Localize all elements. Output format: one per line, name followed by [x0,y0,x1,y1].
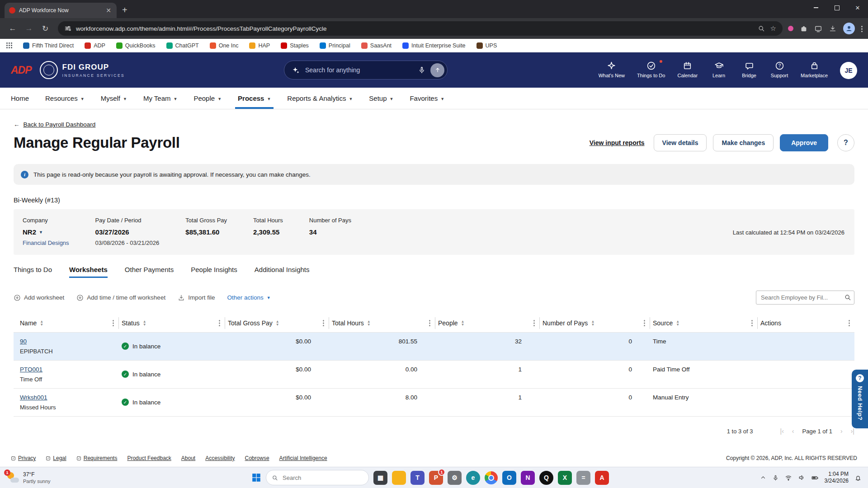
footer-product-feedback-link[interactable]: Product Feedback [127,455,171,461]
column-header-status[interactable]: Status▲▼ [119,317,225,329]
browser-profile-avatar[interactable] [843,23,855,34]
taskbar-app-file-explorer[interactable] [392,471,406,485]
tray-chevron-up-icon[interactable] [760,474,766,481]
tab-close-icon[interactable]: ✕ [105,7,112,14]
column-menu-icon[interactable] [219,319,220,326]
support-button[interactable]: ? Support [770,61,788,78]
column-header-people[interactable]: People▲▼ [435,317,540,329]
column-menu-icon[interactable] [323,319,324,326]
taskbar-search[interactable] [266,470,369,485]
back-icon[interactable]: ← [5,21,20,36]
sort-icon[interactable]: ▲▼ [367,320,371,326]
table-row[interactable]: Wrksh001Missed Hours ✓In balance $0.00 8… [14,389,854,417]
nav-favorites[interactable]: Favorites▼ [410,88,444,109]
tab-other-payments[interactable]: Other Payments [125,266,174,278]
other-actions-dropdown[interactable]: Other actions ▼ [227,294,270,301]
column-menu-icon[interactable] [429,319,430,326]
footer-about-link[interactable]: About [181,455,195,461]
add-worksheet-button[interactable]: Add worksheet [14,294,64,301]
nav-reports-analytics[interactable]: Reports & Analytics▼ [287,88,353,109]
calendar-button[interactable]: Calendar [677,61,698,78]
sort-icon[interactable]: ▲▼ [591,320,594,326]
taskbar-app-excel[interactable]: X [558,471,572,485]
previous-page-button[interactable]: ‹ [792,427,794,435]
column-header-gross-pay[interactable]: Total Gross Pay▲▼ [225,317,329,329]
start-button[interactable] [251,473,261,483]
extension-icon[interactable] [788,26,793,31]
back-to-payroll-dashboard-link[interactable]: Back to Payroll Dashboard [24,121,96,128]
footer-requirements-link[interactable]: Requirements [76,455,118,461]
cast-icon[interactable] [814,24,822,33]
things-to-do-button[interactable]: Things to Do [637,61,665,78]
adp-logo[interactable]: ADP [11,64,32,76]
global-search[interactable] [284,61,448,80]
apps-grid-icon[interactable] [6,42,12,48]
wifi-icon[interactable] [785,474,792,481]
worksheet-name-link[interactable]: PTO001 [20,366,42,373]
first-page-button[interactable]: |‹ [780,427,784,435]
taskbar-clock[interactable]: 1:04 PM 3/24/2026 [825,471,849,484]
bookmark-ups[interactable]: UPS [476,42,497,49]
search-submit-button[interactable] [430,63,444,77]
window-maximize-button[interactable] [826,0,847,15]
taskbar-app-task-view[interactable]: ▦ [373,471,387,485]
user-avatar[interactable]: JE [840,62,857,79]
tab-additional-insights[interactable]: Additional Insights [255,266,310,278]
footer-cobrowse-link[interactable]: Cobrowse [245,455,269,461]
marketplace-button[interactable]: Marketplace [801,61,828,78]
address-bar[interactable]: workforcenow.adp.com/theme/admin.html#/P… [58,21,783,36]
taskbar-app-settings[interactable]: ⚙ [448,471,462,485]
footer-legal-link[interactable]: Legal [46,455,66,461]
taskbar-app-quickbooks[interactable]: Q [539,471,553,485]
import-file-button[interactable]: Import file [178,294,215,301]
bookmark-chatgpt[interactable]: ChatGPT [166,42,199,49]
learn-button[interactable]: Learn [710,61,728,78]
table-row[interactable]: PTO001Time Off ✓In balance $0.00 0.00 1 … [14,361,854,389]
search-icon[interactable] [844,294,851,301]
column-menu-icon[interactable] [644,319,645,326]
weather-widget[interactable]: 1 37°F Partly sunny [6,471,92,484]
taskbar-app-acrobat[interactable]: A [595,471,609,485]
sort-icon[interactable]: ▲▼ [461,320,465,326]
taskbar-app-edge[interactable]: e [466,471,480,485]
global-search-input[interactable] [304,66,413,74]
table-row[interactable]: 90EPIPBATCH ✓In balance $0.00 801.55 32 … [14,333,854,361]
company-dropdown[interactable]: NR2▼ [23,228,69,236]
footer-artificial-intelligence-link[interactable]: Artificial Intelligence [279,455,327,461]
view-details-button[interactable]: View details [654,134,707,151]
taskbar-app-teams[interactable]: T [410,471,425,485]
reload-icon[interactable]: ↻ [38,21,52,36]
microphone-icon[interactable] [772,474,779,481]
footer-accessibility-link[interactable]: Accessibility [205,455,235,461]
column-menu-icon[interactable] [849,319,850,326]
browser-tab[interactable]: ADP Workforce Now ✕ [5,3,117,18]
bookmark-quickbooks[interactable]: QuickBooks [116,42,156,49]
window-close-button[interactable]: ✕ [847,0,868,15]
tab-worksheets[interactable]: Worksheets [69,266,108,278]
extensions-puzzle-icon[interactable] [800,24,808,33]
help-button[interactable]: ? [837,134,854,151]
bookmark-intuit[interactable]: Intuit Enterprise Suite [402,42,466,49]
microphone-icon[interactable] [418,66,426,74]
worksheet-name-link[interactable]: 90 [20,338,27,345]
bookmark-saasant[interactable]: SaasAnt [361,42,392,49]
add-time-worksheet-button[interactable]: Add time / time off worksheet [76,294,165,301]
window-minimize-button[interactable] [806,0,826,15]
column-header-name[interactable]: Name▲▼ [14,317,119,329]
bridge-button[interactable]: Bridge [740,61,758,78]
battery-icon[interactable] [811,474,819,482]
tab-things-to-do[interactable]: Things to Do [14,266,52,278]
employee-search-input[interactable] [756,291,854,305]
nav-people[interactable]: People▼ [193,88,222,109]
nav-myself[interactable]: Myself▼ [101,88,127,109]
column-menu-icon[interactable] [113,319,114,326]
nav-home[interactable]: Home [11,88,29,109]
new-tab-button[interactable]: + [122,5,127,15]
column-header-number-of-pays[interactable]: Number of Pays▲▼ [540,317,650,329]
need-help-tab[interactable]: ? Need Help? [852,370,868,428]
bookmark-one-inc[interactable]: One Inc [210,42,239,49]
column-menu-icon[interactable] [533,319,535,326]
bookmark-adp[interactable]: ADP [85,42,105,49]
taskbar-app-powerpoint[interactable]: P1 [429,471,443,485]
taskbar-search-input[interactable] [282,474,363,482]
